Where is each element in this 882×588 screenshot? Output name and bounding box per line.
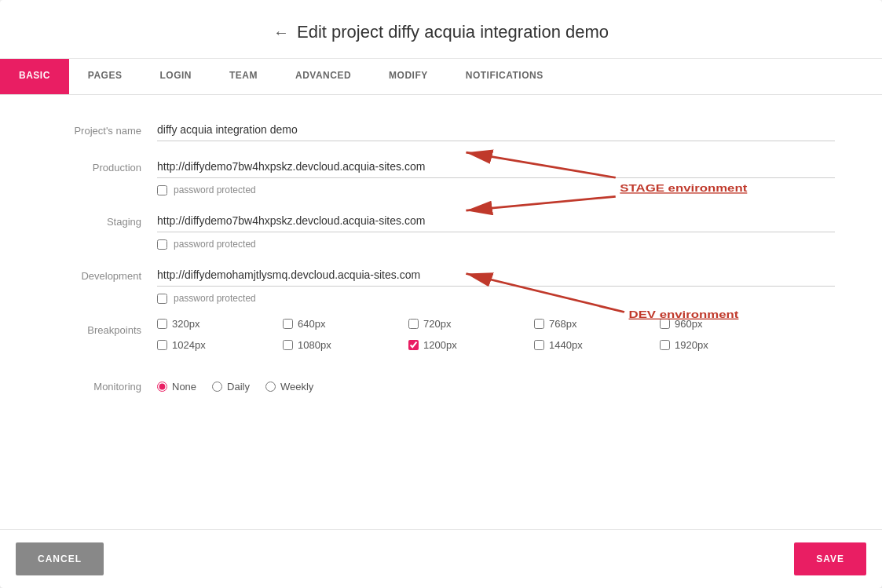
breakpoint-1440: 1440px	[534, 339, 660, 351]
production-row: Production password protected	[47, 155, 835, 195]
development-password-label: password protected	[174, 293, 256, 304]
breakpoint-320-checkbox[interactable]	[157, 319, 167, 329]
monitoring-daily-radio[interactable]	[212, 382, 222, 392]
development-row: Development password protected	[47, 264, 835, 304]
breakpoint-1200: 1200px	[408, 339, 534, 351]
save-button[interactable]: SAVE	[794, 542, 866, 575]
staging-password-row: password protected	[157, 239, 835, 250]
project-name-label: Project's name	[47, 119, 157, 137]
breakpoint-1080-label: 1080px	[298, 339, 331, 351]
tab-login[interactable]: LOGIN	[141, 59, 210, 94]
breakpoint-1920-label: 1920px	[675, 339, 708, 351]
tab-basic[interactable]: BASIC	[0, 59, 69, 94]
breakpoint-1200-label: 1200px	[423, 339, 457, 351]
production-field-group: password protected	[157, 155, 835, 195]
project-name-input[interactable]	[157, 119, 835, 141]
breakpoint-1920-checkbox[interactable]	[660, 340, 670, 350]
breakpoint-1200-checkbox[interactable]	[408, 340, 419, 350]
breakpoint-720: 720px	[408, 318, 534, 330]
breakpoint-640: 640px	[283, 318, 408, 330]
breakpoint-1080: 1080px	[283, 339, 408, 351]
breakpoint-1440-label: 1440px	[549, 339, 583, 351]
monitoring-label: Monitoring	[47, 374, 157, 393]
tab-notifications[interactable]: NOTIFICATIONS	[447, 59, 562, 94]
breakpoint-768: 768px	[534, 318, 660, 330]
tabs-bar: BASIC PAGES LOGIN TEAM ADVANCED MODIFY N…	[0, 59, 882, 95]
monitoring-none: None	[157, 381, 196, 393]
development-field-group: password protected	[157, 264, 835, 304]
breakpoint-720-label: 720px	[423, 318, 451, 330]
page-title: ← Edit project diffy acquia integration …	[16, 22, 866, 42]
breakpoint-720-checkbox[interactable]	[408, 319, 419, 329]
breakpoint-1024-checkbox[interactable]	[157, 340, 167, 350]
breakpoint-320-label: 320px	[172, 318, 199, 330]
staging-password-checkbox[interactable]	[157, 239, 167, 250]
development-password-row: password protected	[157, 293, 835, 304]
development-url-input[interactable]	[157, 264, 835, 287]
breakpoints-label: Breakpoints	[47, 318, 157, 336]
staging-row: Staging password protected	[47, 210, 835, 250]
production-password-label: password protected	[174, 184, 256, 195]
production-password-checkbox[interactable]	[157, 185, 167, 195]
breakpoint-640-label: 640px	[298, 318, 325, 330]
project-name-field-group	[157, 119, 835, 141]
breakpoint-1024: 1024px	[157, 339, 283, 351]
staging-password-label: password protected	[174, 239, 256, 250]
monitoring-weekly-label: Weekly	[280, 381, 313, 393]
monitoring-weekly: Weekly	[265, 381, 313, 393]
staging-field-group: password protected	[157, 210, 835, 250]
production-label: Production	[47, 155, 157, 173]
monitoring-options: None Daily Weekly	[157, 381, 835, 393]
tab-pages[interactable]: PAGES	[69, 59, 141, 94]
cancel-button[interactable]: CANCEL	[16, 542, 104, 575]
monitoring-weekly-radio[interactable]	[265, 382, 276, 392]
tab-team[interactable]: TEAM	[210, 59, 276, 94]
monitoring-none-label: None	[172, 381, 196, 393]
staging-url-input[interactable]	[157, 210, 835, 232]
breakpoint-1920: 1920px	[660, 339, 785, 351]
page-title-text: Edit project diffy acquia integration de…	[297, 22, 609, 42]
breakpoint-960-checkbox[interactable]	[660, 319, 670, 329]
breakpoint-768-checkbox[interactable]	[534, 319, 544, 329]
breakpoint-960-label: 960px	[675, 318, 702, 330]
breakpoint-1440-checkbox[interactable]	[534, 340, 544, 350]
breakpoints-grid: 320px 640px 720px 768px	[157, 318, 835, 360]
monitoring-field-group: None Daily Weekly	[157, 374, 835, 393]
monitoring-daily: Daily	[212, 381, 250, 393]
tab-advanced[interactable]: ADVANCED	[276, 59, 370, 94]
production-password-row: password protected	[157, 184, 835, 195]
breakpoint-960: 960px	[660, 318, 785, 330]
form-area: Project's name Production password prote…	[0, 95, 882, 529]
tab-modify[interactable]: MODIFY	[370, 59, 447, 94]
svg-line-2	[466, 196, 615, 210]
monitoring-row: Monitoring None Daily Weekly	[47, 374, 835, 393]
breakpoints-field-group: 320px 640px 720px 768px	[157, 318, 835, 360]
production-url-input[interactable]	[157, 155, 835, 178]
back-arrow-icon[interactable]: ←	[273, 24, 289, 42]
monitoring-daily-label: Daily	[227, 381, 250, 393]
footer-bar: CANCEL SAVE	[0, 529, 882, 588]
breakpoint-320: 320px	[157, 318, 283, 330]
breakpoint-1080-checkbox[interactable]	[283, 340, 293, 350]
development-label: Development	[47, 264, 157, 282]
monitoring-none-radio[interactable]	[157, 382, 167, 392]
breakpoint-768-label: 768px	[549, 318, 576, 330]
project-name-row: Project's name	[47, 119, 835, 141]
staging-label: Staging	[47, 210, 157, 228]
breakpoint-1024-label: 1024px	[172, 339, 206, 351]
development-password-checkbox[interactable]	[157, 294, 167, 304]
breakpoint-640-checkbox[interactable]	[283, 319, 293, 329]
page-wrapper: ← Edit project diffy acquia integration …	[0, 0, 882, 588]
page-header: ← Edit project diffy acquia integration …	[0, 0, 882, 59]
breakpoints-row: Breakpoints 320px 640px 720px	[47, 318, 835, 360]
